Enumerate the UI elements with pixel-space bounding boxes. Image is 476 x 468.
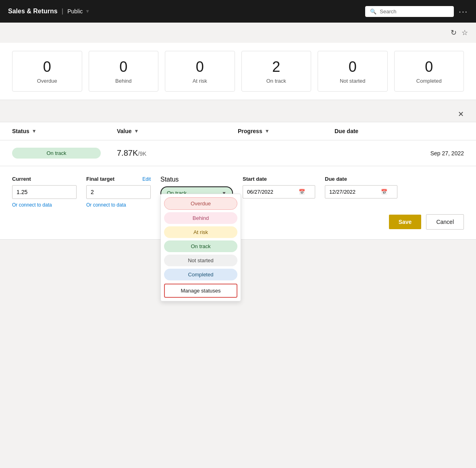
overdue-count: 0 — [17, 58, 77, 75]
completed-label: Completed — [399, 78, 459, 84]
dropdown-item-behind[interactable]: Behind — [164, 212, 237, 224]
connect-to-data-target[interactable]: Or connect to data — [86, 202, 151, 208]
toolbar-row: ↻ ☆ — [0, 23, 476, 43]
star-icon[interactable]: ☆ — [461, 28, 468, 37]
navbar-divider: | — [62, 8, 63, 15]
search-icon: 🔍 — [370, 8, 376, 15]
edit-section: Current Or connect to data Final target … — [0, 166, 476, 240]
summary-card-completed[interactable]: 0 Completed — [394, 51, 464, 92]
dropdown-item-not-started[interactable]: Not started — [164, 255, 237, 266]
main-data-row: On track 7.87K/9K Sep 27, 2022 — [0, 140, 476, 166]
final-target-label: Final target — [86, 176, 114, 182]
row-due-date: Sep 27, 2022 — [430, 150, 464, 157]
summary-card-overdue[interactable]: 0 Overdue — [12, 51, 82, 92]
at-risk-count: 0 — [170, 58, 230, 75]
dropdown-item-overdue[interactable]: Overdue — [164, 197, 237, 210]
col-header-value[interactable]: Value ▼ — [117, 128, 238, 134]
summary-card-at-risk[interactable]: 0 At risk — [165, 51, 235, 92]
search-box[interactable]: 🔍 Search — [365, 6, 454, 17]
summary-section: 0 Overdue 0 Behind 0 At risk 2 On track … — [0, 43, 476, 100]
not-started-label: Not started — [323, 78, 382, 84]
overdue-label: Overdue — [17, 78, 77, 84]
summary-card-behind[interactable]: 0 Behind — [89, 51, 159, 92]
edit-fields-row: Current Or connect to data Final target … — [12, 176, 464, 208]
final-target-label-row: Final target Edit — [86, 176, 151, 182]
current-input[interactable] — [12, 185, 77, 199]
search-placeholder: Search — [380, 8, 396, 15]
close-button[interactable]: ✕ — [458, 110, 464, 119]
calendar-icon-start[interactable]: 📅 — [299, 189, 305, 195]
not-started-count: 0 — [323, 58, 382, 75]
status-dropdown-menu: Overdue Behind At risk On track Not star… — [160, 194, 241, 301]
summary-card-on-track[interactable]: 2 On track — [241, 51, 312, 92]
on-track-label: On track — [247, 78, 306, 84]
column-headers: Status ▼ Value ▼ Progress ▼ Due date — [0, 122, 476, 140]
start-date-input-wrap[interactable]: 📅 — [243, 185, 315, 198]
final-target-input[interactable] — [86, 185, 151, 199]
connect-to-data-current[interactable]: Or connect to data — [12, 202, 77, 208]
due-date-input[interactable] — [329, 189, 378, 195]
start-date-col: Start date 📅 — [243, 176, 315, 198]
filter-close-row: ✕ — [12, 107, 464, 122]
calendar-icon-due[interactable]: 📅 — [381, 189, 387, 195]
row-due-date-col: Sep 27, 2022 — [335, 150, 464, 157]
row-value-col: 7.87K/9K — [117, 148, 238, 158]
current-field-col: Current Or connect to data — [12, 176, 77, 208]
current-label: Current — [12, 176, 77, 182]
status-dropdown-label: Status — [160, 176, 233, 183]
navbar-right: 🔍 Search ··· — [365, 6, 468, 17]
completed-count: 0 — [399, 58, 459, 75]
navbar: Sales & Returns | Public ▼ 🔍 Search ··· — [0, 0, 476, 23]
chevron-down-icon: ▼ — [85, 8, 90, 14]
more-options-button[interactable]: ··· — [459, 7, 468, 16]
due-date-input-wrap[interactable]: 📅 — [325, 185, 397, 198]
dropdown-item-at-risk[interactable]: At risk — [164, 226, 237, 238]
status-sort-icon: ▼ — [32, 128, 37, 134]
summary-card-not-started[interactable]: 0 Not started — [318, 51, 388, 92]
value-sort-icon: ▼ — [134, 128, 139, 134]
cancel-button[interactable]: Cancel — [426, 214, 464, 230]
save-button[interactable]: Save — [389, 215, 422, 229]
start-date-label: Start date — [243, 176, 315, 182]
status-pill[interactable]: On track — [12, 148, 101, 159]
filter-section: ✕ — [0, 100, 476, 122]
manage-statuses-button[interactable]: Manage statuses — [164, 284, 237, 298]
refresh-icon[interactable]: ↻ — [451, 28, 457, 37]
row-status-col: On track — [12, 148, 117, 159]
dropdown-item-on-track[interactable]: On track — [164, 240, 237, 252]
navbar-visibility[interactable]: Public ▼ — [67, 8, 90, 15]
due-date-label: Due date — [325, 176, 397, 182]
app-title: Sales & Returns — [8, 8, 58, 15]
at-risk-label: At risk — [170, 78, 230, 84]
row-value: 7.87K — [117, 148, 138, 157]
due-date-col: Due date 📅 — [325, 176, 397, 198]
row-target: 9K — [139, 150, 146, 157]
final-target-field-col: Final target Edit Or connect to data — [86, 176, 151, 208]
col-header-status[interactable]: Status ▼ — [12, 128, 117, 134]
progress-sort-icon: ▼ — [265, 128, 270, 134]
behind-count: 0 — [94, 58, 154, 75]
on-track-count: 2 — [247, 58, 306, 75]
col-header-due-date: Due date — [335, 128, 464, 134]
edit-link[interactable]: Edit — [142, 176, 151, 182]
behind-label: Behind — [94, 78, 154, 84]
status-dropdown-col: Status On track ▼ Overdue Behind At risk… — [160, 176, 233, 200]
dropdown-item-completed[interactable]: Completed — [164, 269, 237, 280]
navbar-left: Sales & Returns | Public ▼ — [8, 8, 90, 15]
start-date-input[interactable] — [247, 189, 295, 195]
col-header-progress[interactable]: Progress ▼ — [238, 128, 335, 134]
